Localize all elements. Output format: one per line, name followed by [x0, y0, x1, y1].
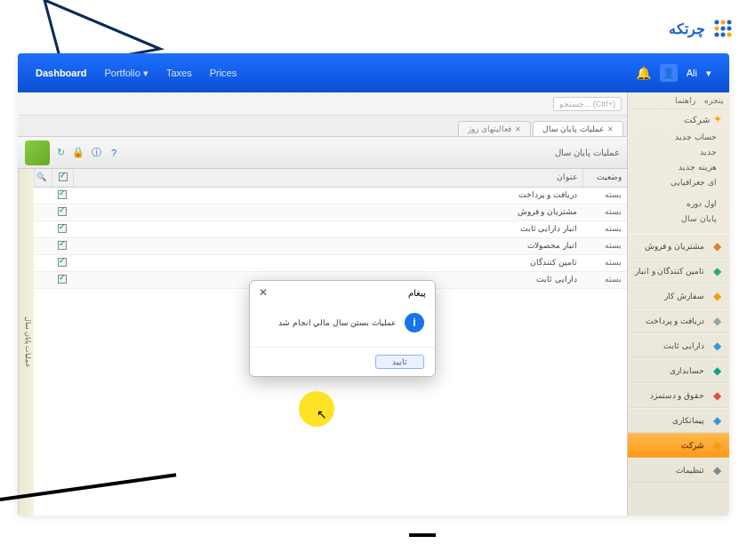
brand-name: چرتکه: [669, 20, 705, 37]
brand-icon: [712, 18, 734, 39]
toolbar-title: عملیات پایان سال: [555, 148, 620, 157]
star-icon: ✦: [713, 113, 722, 125]
sidebar: پنجره راهنما ✦ شرکت حساب جدید جدید هزینه…: [627, 92, 729, 516]
info-icon[interactable]: ⓘ: [89, 146, 103, 160]
table-row[interactable]: بستهانبار محصولات: [34, 238, 627, 255]
sidebar-nav-item[interactable]: ◆تنظیمات: [628, 458, 729, 483]
checkbox-icon[interactable]: [58, 190, 67, 199]
col-title: عنوان: [73, 169, 582, 187]
sidebar-subitem[interactable]: ای جغرافیایی: [631, 176, 717, 188]
nav-icon: ◆: [710, 339, 724, 353]
nav-icon: ◆: [710, 239, 724, 253]
table-row[interactable]: بستهتامین کنندگان: [34, 255, 627, 272]
refresh-icon[interactable]: ↻: [53, 146, 68, 160]
col-status: وضعیت: [582, 169, 627, 187]
svg-point-2: [727, 20, 732, 25]
tab-active[interactable]: ✕عملیات پایان سال: [533, 121, 623, 136]
tab-background[interactable]: ✕فعالیتهای روز: [458, 121, 531, 136]
decor-line: [409, 533, 436, 537]
sidebar-nav-item[interactable]: ◆سفارش کار: [628, 284, 729, 308]
vertical-tabs[interactable]: عملیات پایان سال سالهای مالی: [18, 169, 34, 516]
svg-point-0: [715, 20, 719, 25]
sidebar-subitem[interactable]: اول دوره: [631, 197, 717, 210]
search-input[interactable]: جستجو... (Ctrl+): [553, 97, 622, 111]
user-name: Ali: [687, 68, 697, 78]
table-row[interactable]: بستهانبار دارایی ثابت: [34, 221, 627, 238]
sidebar-subitem[interactable]: [631, 191, 717, 195]
close-icon[interactable]: ✕: [259, 286, 268, 299]
checkbox-icon[interactable]: [58, 241, 67, 250]
col-check: [52, 169, 73, 187]
sidebar-nav-item[interactable]: ◆پیمانکاری: [628, 408, 729, 433]
message-dialog: پیغام ✕ i عمليات بستن سال مالي انجام شد …: [249, 280, 436, 377]
checkbox-icon[interactable]: [58, 224, 67, 233]
nav-icon: ◆: [710, 314, 724, 328]
sidebar-nav-item[interactable]: ◆حسابداری: [628, 358, 729, 383]
sidebar-subitem[interactable]: حساب جدید: [631, 131, 717, 143]
svg-point-6: [715, 33, 719, 37]
help-icon[interactable]: ?: [107, 146, 121, 160]
svg-point-5: [727, 27, 732, 31]
nav-icon: ◆: [710, 264, 724, 278]
search-icon[interactable]: 🔍: [34, 169, 52, 187]
svg-point-3: [715, 27, 719, 31]
sidebar-nav-item[interactable]: ◆شرکت: [628, 433, 729, 458]
sidebar-nav-item[interactable]: ◆تامین کنندگان و انبار: [628, 259, 729, 284]
ok-button[interactable]: تایید: [375, 355, 424, 369]
user-avatar-icon[interactable]: 👤: [660, 64, 678, 82]
chevron-down-icon: ▾: [143, 68, 149, 78]
checkbox-icon[interactable]: [58, 258, 67, 267]
nav-icon: ◆: [710, 289, 724, 303]
brand-logo: چرتکه: [669, 18, 734, 39]
bell-icon[interactable]: 🔔: [636, 66, 651, 80]
svg-point-7: [721, 33, 726, 37]
chevron-down-icon[interactable]: ▾: [706, 68, 711, 79]
info-icon: i: [405, 313, 424, 332]
lock-icon[interactable]: 🔒: [71, 146, 85, 160]
svg-point-8: [727, 33, 732, 37]
app-logo-icon: [25, 140, 50, 165]
dialog-message: عمليات بستن سال مالي انجام شد: [278, 318, 396, 327]
cursor-icon: ↖: [317, 407, 327, 421]
nav-icon: ◆: [710, 438, 724, 452]
sidebar-nav-item[interactable]: ◆دارایی ثابت: [628, 333, 729, 358]
sidebar-link-window[interactable]: پنجره: [704, 96, 724, 105]
nav-icon: ◆: [710, 388, 724, 403]
table-row[interactable]: بستهمشتریان و فروش: [34, 204, 627, 221]
checkbox-icon[interactable]: [59, 172, 68, 181]
svg-point-4: [721, 27, 726, 31]
close-icon[interactable]: ✕: [607, 125, 614, 133]
checkbox-icon[interactable]: [58, 275, 67, 284]
sidebar-nav-item[interactable]: ◆مشتریان و فروش: [628, 234, 729, 259]
dialog-title: پیغام: [408, 288, 426, 298]
table-row[interactable]: بستهدریافت و پرداخت: [34, 188, 627, 204]
sidebar-link-help[interactable]: راهنما: [675, 96, 695, 105]
close-icon[interactable]: ✕: [515, 125, 521, 133]
sidebar-subitem[interactable]: هزینه جدید: [631, 161, 717, 173]
checkbox-icon[interactable]: [58, 207, 67, 216]
nav-portfolio[interactable]: Portfolio ▾: [104, 68, 148, 79]
sidebar-nav-item[interactable]: ◆دریافت و پرداخت: [628, 308, 729, 333]
app-window: Dashboard Portfolio ▾ Taxes Prices 🔔 👤 A…: [18, 53, 729, 516]
nav-dashboard[interactable]: Dashboard: [36, 68, 86, 78]
sidebar-subitem[interactable]: پایان سال: [631, 212, 717, 225]
top-bar: Dashboard Portfolio ▾ Taxes Prices 🔔 👤 A…: [18, 53, 729, 92]
nav-icon: ◆: [710, 364, 724, 378]
nav-prices[interactable]: Prices: [210, 68, 237, 78]
svg-point-1: [721, 20, 726, 25]
nav-taxes[interactable]: Taxes: [166, 68, 192, 78]
sidebar-nav-item[interactable]: ◆حقوق و دستمزد: [628, 383, 729, 408]
sidebar-section-company: شرکت: [684, 115, 710, 124]
sidebar-subitem[interactable]: جدید: [631, 146, 717, 158]
nav-icon: ◆: [710, 463, 724, 477]
nav-icon: ◆: [710, 413, 724, 428]
